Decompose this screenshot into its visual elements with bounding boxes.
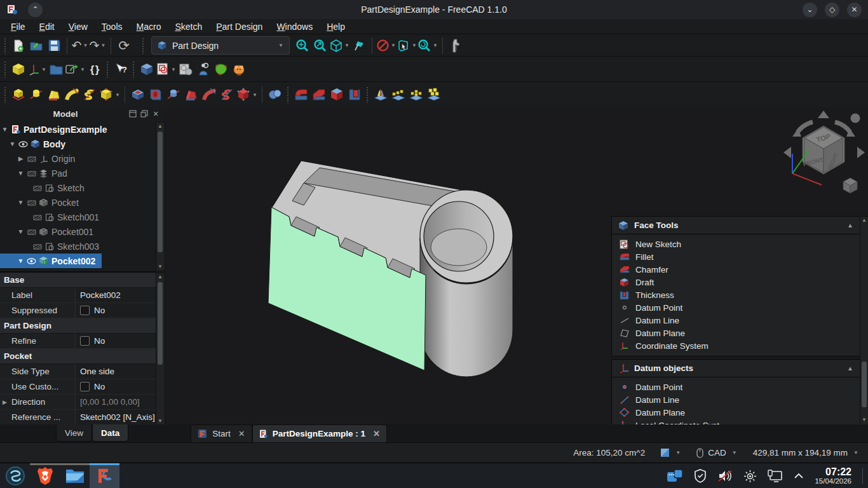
create-group-button[interactable] <box>47 60 65 79</box>
float-icon[interactable] <box>139 109 150 119</box>
taskbar-file-manager[interactable] <box>60 463 90 488</box>
close-button[interactable]: ✕ <box>847 3 862 17</box>
minimize-button[interactable]: ⌄ <box>803 3 817 17</box>
dropdown-caret[interactable]: ▼ <box>252 92 258 98</box>
subtractive-helix-button[interactable] <box>218 85 236 104</box>
linear-pattern-button[interactable] <box>390 85 407 104</box>
additive-primitive-button[interactable]: ▼ <box>98 85 121 104</box>
mdi-tab-start[interactable]: Start ✕ <box>191 424 252 442</box>
expander-icon[interactable]: ▶ <box>16 155 25 162</box>
dropdown-caret[interactable]: ▼ <box>731 450 738 456</box>
dropdown-caret[interactable]: ▼ <box>82 43 88 48</box>
datum-objects-line[interactable]: Datum Line <box>612 393 860 406</box>
zoom-tools-button[interactable]: ▼ <box>417 36 438 55</box>
tree-item-document[interactable]: ▼ PartDesignExample <box>0 122 114 137</box>
checkbox[interactable] <box>80 382 90 391</box>
sync-view-button[interactable] <box>350 36 368 55</box>
tree-item-origin[interactable]: ▶ Origin <box>0 151 81 166</box>
groove-button[interactable] <box>165 85 182 104</box>
task-panel-scrollbar[interactable]: ▲ ▼ <box>860 216 868 424</box>
property-group-pocket[interactable]: Pocket <box>0 349 156 364</box>
datum-objects-plane[interactable]: Datum Plane <box>612 406 860 419</box>
viewport-3d[interactable]: TOP FRONT RIGHT Face Tools ▲ <box>165 107 868 424</box>
face-tools-coordinate-system[interactable]: Coordinate System <box>612 339 860 352</box>
properties-scrollbar[interactable]: ▲ ▼ <box>156 273 165 426</box>
tree-scrollbar[interactable]: ▲ ▼ <box>156 122 165 271</box>
box-element-selection-button[interactable]: ▼ <box>397 36 417 55</box>
subtractive-pipe-button[interactable] <box>200 85 218 104</box>
tray-expand-chevron-icon[interactable] <box>794 473 804 479</box>
property-row-direction[interactable]: ▶Direction [0,00 1,00 0,00] <box>0 395 156 410</box>
create-body-button[interactable] <box>138 60 156 79</box>
dropdown-caret[interactable]: ▼ <box>79 67 86 72</box>
tree-item-pocket[interactable]: ▼ Pocket <box>0 195 85 210</box>
menu-file[interactable]: File <box>4 20 32 33</box>
dropdown-caret[interactable]: ▼ <box>114 92 121 98</box>
subtractive-primitive-button[interactable]: ▼ <box>236 85 258 104</box>
brightness-icon[interactable] <box>743 470 757 483</box>
property-row-use-custom[interactable]: Use Custo... No <box>0 379 156 395</box>
menu-sketch[interactable]: Sketch <box>168 20 209 33</box>
scroll-up-icon[interactable]: ▲ <box>156 123 164 130</box>
scroll-up-icon[interactable]: ▲ <box>860 217 868 224</box>
tree-item-sketch001[interactable]: Sketch001 <box>0 210 105 224</box>
revolution-button[interactable] <box>27 85 45 104</box>
boolean-button[interactable] <box>266 85 284 104</box>
visible-eye-icon[interactable] <box>17 140 29 148</box>
expander-icon[interactable]: ▼ <box>0 126 10 133</box>
menu-view[interactable]: View <box>62 20 95 33</box>
redo-button[interactable]: ↷▼ <box>89 36 107 55</box>
clock[interactable]: 07:22 15/04/2026 <box>815 466 851 485</box>
menu-macro[interactable]: Macro <box>130 20 168 33</box>
create-datum-button[interactable]: ▼ <box>27 60 47 79</box>
dropdown-caret[interactable]: ▼ <box>411 43 417 48</box>
selection-filter-button[interactable]: ▼ <box>376 36 397 55</box>
face-tools-chamfer[interactable]: Chamfer <box>612 263 860 276</box>
taskbar-freecad[interactable] <box>90 463 119 488</box>
expander-icon[interactable]: ▼ <box>8 140 17 147</box>
macro-button[interactable]: { } <box>86 60 104 79</box>
property-group-base[interactable]: Base <box>0 273 156 288</box>
scroll-down-icon[interactable]: ▼ <box>860 416 868 424</box>
datum-objects-point[interactable]: Datum Point <box>612 381 860 393</box>
pocket-button[interactable] <box>129 85 147 104</box>
checkbox[interactable] <box>80 306 90 315</box>
close-tab-icon[interactable]: ✕ <box>373 429 380 438</box>
close-tab-icon[interactable]: ✕ <box>238 429 245 438</box>
face-tools-draft[interactable]: Draft <box>612 276 860 288</box>
fit-all-button[interactable] <box>294 36 311 55</box>
dropdown-caret[interactable]: ▼ <box>390 43 397 48</box>
shapebinder-button[interactable] <box>212 60 230 79</box>
tree-item-pocket001[interactable]: ▼ Pocket001 <box>0 224 100 239</box>
face-tools-datum-line[interactable]: Datum Line <box>612 314 860 327</box>
clone-button[interactable] <box>230 60 248 79</box>
collapse-arrow-icon[interactable]: ▲ <box>847 365 853 372</box>
tree-item-pad[interactable]: ▼ Pad <box>0 166 74 180</box>
menu-part-design[interactable]: Part Design <box>209 20 269 33</box>
dropdown-caret[interactable]: ▼ <box>170 67 177 72</box>
volume-muted-icon[interactable] <box>717 470 733 482</box>
map-sketch-button[interactable] <box>177 60 194 79</box>
chamfer-button[interactable] <box>310 85 328 104</box>
expander-icon[interactable]: ▼ <box>16 257 25 264</box>
refresh-button[interactable]: ⟳ <box>115 36 133 55</box>
property-row-side-type[interactable]: Side Type One side <box>0 364 156 379</box>
expander-icon[interactable]: ▼ <box>16 199 25 206</box>
scroll-up-icon[interactable]: ▲ <box>156 273 164 281</box>
property-row-reference[interactable]: Reference ... Sketch002 [N_Axis] <box>0 410 156 425</box>
show-desktop-edge[interactable] <box>862 468 863 484</box>
dropdown-caret[interactable]: ▼ <box>675 450 681 456</box>
dropdown-caret[interactable]: ▼ <box>432 43 438 48</box>
menu-windows[interactable]: Windows <box>269 20 320 33</box>
face-tools-header[interactable]: Face Tools ▲ <box>612 217 860 234</box>
property-group-part-design[interactable]: Part Design <box>0 318 156 334</box>
pad-button[interactable] <box>10 85 27 104</box>
close-panel-icon[interactable]: ✕ <box>150 109 161 119</box>
measure-button[interactable] <box>447 36 465 55</box>
menu-edit[interactable]: Edit <box>32 20 62 33</box>
isometric-view-button[interactable]: ▼ <box>329 36 350 55</box>
workbench-selector[interactable]: Part Design ▼ <box>151 36 290 55</box>
validate-sketch-button[interactable] <box>194 60 212 79</box>
hole-button[interactable] <box>147 85 165 104</box>
face-tools-new-sketch[interactable]: New Sketch <box>612 238 860 250</box>
